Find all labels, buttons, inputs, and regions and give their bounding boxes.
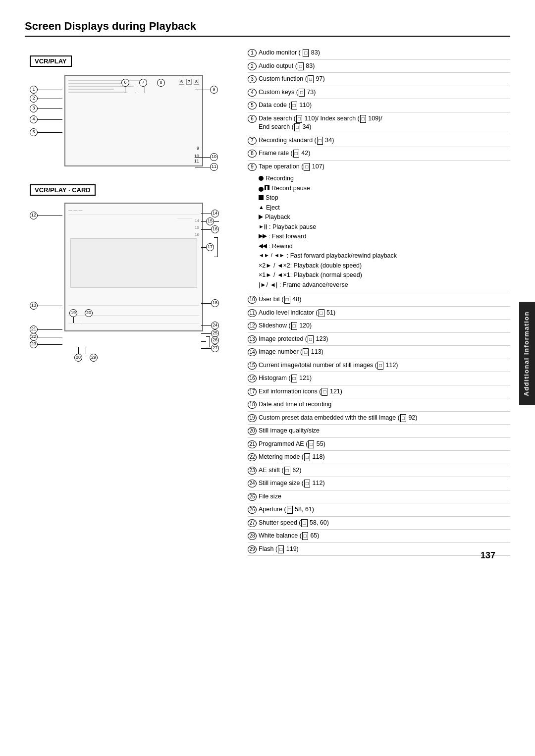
list-item-16: 16 Histogram (□ 121) xyxy=(248,372,510,385)
indicator-6: 6 xyxy=(121,79,129,87)
sub-item-double-speed: ×2► / ◄×2: Playback (double speed) xyxy=(259,261,397,271)
left-diagram-panel: VCR/PLAY 6 7 xyxy=(25,47,238,556)
page-title: Screen Displays during Playback xyxy=(25,20,510,37)
bullet-circle-icon2 xyxy=(259,187,264,192)
list-item-10: 10 User bit (□ 48) xyxy=(248,293,510,307)
list-item-7: 7 Recording standard (□ 34) xyxy=(248,134,510,148)
bullet-circle-icon xyxy=(259,176,264,181)
list-item-17: 17 Exif information icons (□ 121) xyxy=(248,385,510,399)
list-item-11: 11 Audio level indicator (□ 51) xyxy=(248,307,510,320)
list-item-19: 19 Custom preset data embedded with the … xyxy=(248,412,510,425)
list-item-27: 27 Shutter speed (□ 58, 60) xyxy=(248,517,510,530)
vcr-play-label: VCR/PLAY xyxy=(30,55,72,67)
list-item-21: 21 Programmed AE (□ 55) xyxy=(248,438,510,451)
indicator-4: 4 xyxy=(30,115,38,123)
ff-icon: ▶▶ xyxy=(259,232,267,240)
indicator-1: 1 xyxy=(30,86,38,94)
list-item-4: 4 Custom keys (□ 73) xyxy=(248,86,510,100)
indicator-3: 3 xyxy=(30,105,38,112)
rw-icon: ◀◀ xyxy=(259,242,267,250)
list-item-15: 15 Current image/total number of still i… xyxy=(248,359,510,373)
list-item-26: 26 Aperture (□ 58, 61) xyxy=(248,503,510,517)
vcr-play-card-label: VCR/PLAY · CARD xyxy=(30,184,96,196)
indicator-27: 27 xyxy=(211,344,219,352)
indicator-17: 17 xyxy=(206,243,214,251)
list-item-28: 28 White balance (□ 65) xyxy=(248,530,510,543)
list-item-3: 3 Custom function (□ 97) xyxy=(248,73,510,86)
indicator-23: 23 xyxy=(30,340,38,348)
sub-item-recording: Recording xyxy=(259,174,397,184)
indicator-26: 26 xyxy=(211,336,219,344)
sub-item-ffpb: ◄► / ◄► : Fast forward playback/rewind p… xyxy=(259,251,397,261)
list-item-23: 23 AE shift (□ 62) xyxy=(248,464,510,478)
indicator-2: 2 xyxy=(30,95,38,103)
list-item-1: 1 Audio monitor ( □ 83) xyxy=(248,47,510,60)
list-item-22: 22 Metering mode (□ 118) xyxy=(248,451,510,464)
list-item-20: 20 Still image quality/size xyxy=(248,425,510,438)
sub-item-playback-pause: ►|| : Playback pause xyxy=(259,222,397,232)
list-item-13: 13 Image protected (□ 123) xyxy=(248,333,510,346)
indicator-5: 5 xyxy=(30,128,38,136)
indicator-7: 7 xyxy=(139,79,147,87)
play-pause-icon: ►|| xyxy=(259,223,267,230)
indicator-12: 12 xyxy=(30,212,38,219)
indicator-15: 15 xyxy=(206,217,214,225)
indicator-24: 24 xyxy=(211,322,219,329)
indicator-21: 21 xyxy=(30,325,38,333)
list-item-2: 2 Audio output (□ 83) xyxy=(248,60,510,73)
indicator-29: 29 xyxy=(90,354,98,362)
eject-icon: ▲ xyxy=(259,204,264,211)
sub-item-rewind: ◀◀ : Rewind xyxy=(259,242,397,252)
sub-item-fast-forward: ▶▶ : Fast forward xyxy=(259,232,397,242)
list-item-9: 9 Tape operation (□ 107) Recording xyxy=(248,161,510,294)
indicator-16: 16 xyxy=(211,225,219,233)
indicator-20: 20 xyxy=(85,309,93,317)
list-item-14: 14 Image number (□ 113) xyxy=(248,346,510,359)
indicator-11: 11 xyxy=(210,163,218,171)
sub-item-stop: Stop xyxy=(259,193,397,203)
list-item-24: 24 Still image size (□ 112) xyxy=(248,477,510,490)
sub-item-frame-advance: |►/ ◄| : Frame advance/reverse xyxy=(259,280,397,290)
list-item-5: 5 Data code (□ 110) xyxy=(248,99,510,112)
indicator-9: 9 xyxy=(210,86,218,94)
list-item-25: 25 File size xyxy=(248,490,510,504)
indicator-18: 18 xyxy=(211,299,219,307)
page-number: 137 xyxy=(481,550,495,561)
indicator-13: 13 xyxy=(30,302,38,310)
list-item-18: 18 Date and time of recording xyxy=(248,398,510,412)
indicator-22: 22 xyxy=(30,333,38,341)
indicator-19: 19 xyxy=(69,309,77,317)
right-info-panel: 1 Audio monitor ( □ 83) 2 Audio output (… xyxy=(238,47,510,556)
additional-info-tab: Additional Information xyxy=(519,302,535,405)
sub-item-playback: Playback xyxy=(259,213,397,222)
bullet-square-icon xyxy=(259,195,264,200)
sub-item-eject: ▲ Eject xyxy=(259,203,397,213)
sub-item-record-pause: Record pause xyxy=(259,184,397,194)
list-item-8: 8 Frame rate (□ 42) xyxy=(248,147,510,161)
play-icon xyxy=(259,215,263,219)
indicator-10: 10 xyxy=(210,153,218,161)
list-item-12: 12 Slideshow (□ 120) xyxy=(248,320,510,333)
list-item-6: 6 Date search (□ 110)/ Index search (□ 1… xyxy=(248,112,510,134)
list-item-29: 29 Flash (□ 119) xyxy=(248,543,510,556)
item-list: 1 Audio monitor ( □ 83) 2 Audio output (… xyxy=(248,47,510,556)
sub-item-normal-speed: ×1► / ◄×1: Playback (normal speed) xyxy=(259,270,397,280)
indicator-14: 14 xyxy=(211,210,219,217)
indicator-28: 28 xyxy=(74,354,82,362)
indicator-8: 8 xyxy=(157,79,165,87)
